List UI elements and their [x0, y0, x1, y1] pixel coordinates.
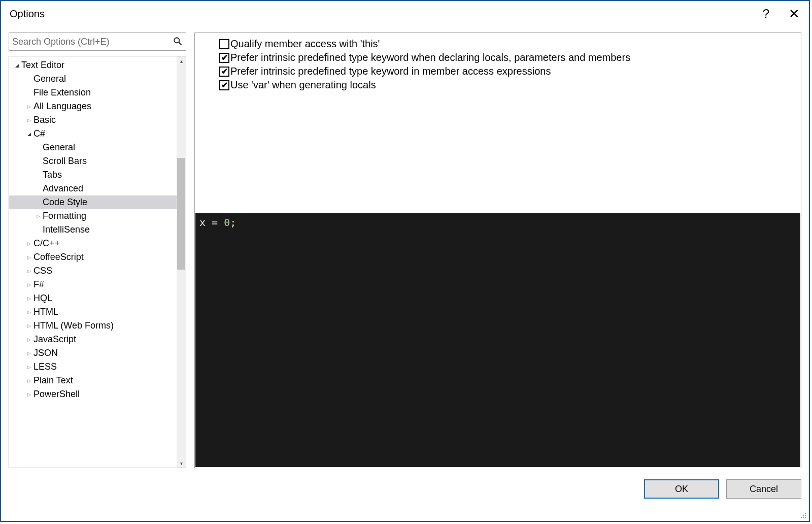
chevron-collapsed-icon[interactable]: [25, 269, 32, 274]
tree-item-coffeescript[interactable]: CoffeeScript: [9, 250, 186, 264]
chevron-collapsed-icon[interactable]: [25, 365, 32, 370]
tree-item-basic[interactable]: Basic: [9, 113, 186, 127]
tree-item-plain-text[interactable]: Plain Text: [9, 374, 186, 387]
search-icon[interactable]: [173, 36, 183, 48]
cancel-button[interactable]: Cancel: [726, 479, 801, 499]
search-box[interactable]: [9, 32, 186, 51]
svg-point-0: [174, 38, 179, 43]
chevron-expanded-icon[interactable]: [13, 63, 20, 68]
tree-item-c-[interactable]: C#: [9, 127, 186, 141]
tree-item-label: Advanced: [43, 183, 83, 194]
tree-item-label: Plain Text: [33, 375, 73, 386]
ok-button[interactable]: OK: [644, 479, 719, 499]
tree-item-general[interactable]: General: [9, 141, 186, 154]
tree-item-label: CoffeeScript: [33, 252, 84, 263]
search-input[interactable]: [12, 37, 173, 47]
tree-item-label: Formatting: [43, 211, 86, 221]
code-style-options: Qualify member access with 'this'Prefer …: [195, 33, 801, 213]
tree-item-file-extension[interactable]: File Extension: [9, 86, 186, 100]
tree-item-html-web-forms-[interactable]: HTML (Web Forms): [9, 319, 186, 333]
tree-item-intellisense[interactable]: IntelliSense: [9, 223, 186, 237]
option-row: Use 'var' when generating locals: [219, 79, 796, 91]
chevron-collapsed-icon[interactable]: [25, 351, 32, 356]
chevron-collapsed-icon[interactable]: [25, 337, 32, 342]
tree-item-label: Scroll Bars: [43, 156, 87, 167]
tree-item-label: General: [43, 142, 75, 153]
tree-item-label: Text Editor: [21, 60, 64, 71]
tree-item-label: C#: [33, 128, 45, 139]
tree-item-label: File Extension: [33, 87, 91, 98]
checkbox[interactable]: [219, 53, 229, 63]
options-dialog: Options ? ✕ Text EditorGeneralFile Exten…: [0, 0, 810, 522]
tree-scrollbar[interactable]: ▴ ▾: [177, 56, 186, 468]
chevron-collapsed-icon[interactable]: [25, 104, 32, 109]
tree-item-label: PowerShell: [33, 389, 80, 400]
svg-line-1: [179, 42, 182, 45]
option-row: Prefer intrinsic predefined type keyword…: [219, 66, 796, 77]
tree-item-label: HQL: [33, 293, 52, 304]
chevron-collapsed-icon[interactable]: [25, 282, 32, 287]
chevron-collapsed-icon[interactable]: [25, 323, 32, 329]
tree-item-label: F#: [33, 279, 44, 290]
tree-item-label: JavaScript: [33, 334, 76, 345]
chevron-collapsed-icon[interactable]: [25, 255, 32, 260]
resize-grip-icon[interactable]: [800, 512, 807, 519]
left-panel: Text EditorGeneralFile ExtensionAll Lang…: [9, 32, 186, 468]
tree-item-html[interactable]: HTML: [9, 305, 186, 319]
tree-item-general[interactable]: General: [9, 72, 186, 86]
option-row: Qualify member access with 'this': [219, 38, 796, 50]
tree-item-javascript[interactable]: JavaScript: [9, 333, 186, 346]
tree-item-tabs[interactable]: Tabs: [9, 168, 186, 182]
tree-item-advanced[interactable]: Advanced: [9, 182, 186, 195]
checkbox[interactable]: [219, 67, 229, 77]
option-label: Qualify member access with 'this': [230, 38, 380, 50]
tree-item-label: HTML (Web Forms): [33, 320, 114, 331]
option-label: Use 'var' when generating locals: [230, 79, 376, 91]
tree-item-label: JSON: [33, 348, 58, 358]
help-button[interactable]: ?: [763, 7, 769, 21]
tree-item-c-c-[interactable]: C/C++: [9, 237, 186, 250]
tree-item-hql[interactable]: HQL: [9, 291, 186, 305]
chevron-collapsed-icon[interactable]: [25, 310, 32, 315]
window-title: Options: [10, 8, 45, 20]
tree-item-label: Basic: [33, 115, 56, 125]
tree-item-powershell[interactable]: PowerShell: [9, 387, 186, 401]
tree-item-code-style[interactable]: Code Style: [9, 195, 186, 209]
chevron-collapsed-icon[interactable]: [35, 214, 42, 219]
tree-item-f-[interactable]: F#: [9, 278, 186, 291]
tree-item-css[interactable]: CSS: [9, 264, 186, 278]
chevron-expanded-icon[interactable]: [25, 132, 32, 137]
checkbox[interactable]: [219, 39, 229, 49]
code-preview: x = 0;: [195, 213, 800, 467]
dialog-content: Text EditorGeneralFile ExtensionAll Lang…: [1, 26, 809, 468]
right-panel: Qualify member access with 'this'Prefer …: [194, 32, 801, 468]
tree-item-scroll-bars[interactable]: Scroll Bars: [9, 154, 186, 168]
chevron-collapsed-icon[interactable]: [25, 241, 32, 246]
checkbox[interactable]: [219, 80, 229, 90]
dialog-button-bar: OK Cancel: [1, 468, 809, 510]
option-label: Prefer intrinsic predefined type keyword…: [230, 66, 551, 77]
title-bar: Options ? ✕: [1, 1, 809, 26]
tree-item-label: Tabs: [43, 170, 62, 180]
tree-item-label: HTML: [33, 307, 58, 317]
scroll-down-icon[interactable]: ▾: [177, 458, 186, 468]
tree-item-text-editor[interactable]: Text Editor: [9, 58, 186, 72]
option-row: Prefer intrinsic predefined type keyword…: [219, 52, 796, 63]
tree-item-formatting[interactable]: Formatting: [9, 209, 186, 223]
close-button[interactable]: ✕: [789, 6, 804, 22]
scroll-thumb[interactable]: [177, 158, 185, 270]
tree-item-all-languages[interactable]: All Languages: [9, 100, 186, 113]
tree-item-label: CSS: [33, 266, 52, 276]
tree-item-label: C/C++: [33, 238, 60, 249]
tree-item-less[interactable]: LESS: [9, 360, 186, 374]
chevron-collapsed-icon[interactable]: [25, 296, 32, 301]
tree-item-label: LESS: [33, 362, 57, 372]
options-tree: Text EditorGeneralFile ExtensionAll Lang…: [9, 56, 186, 468]
chevron-collapsed-icon[interactable]: [25, 378, 32, 383]
tree-item-label: General: [33, 74, 66, 84]
tree-item-label: IntelliSense: [43, 224, 90, 235]
tree-item-json[interactable]: JSON: [9, 346, 186, 360]
chevron-collapsed-icon[interactable]: [25, 392, 32, 397]
scroll-up-icon[interactable]: ▴: [177, 56, 186, 66]
chevron-collapsed-icon[interactable]: [25, 118, 32, 123]
